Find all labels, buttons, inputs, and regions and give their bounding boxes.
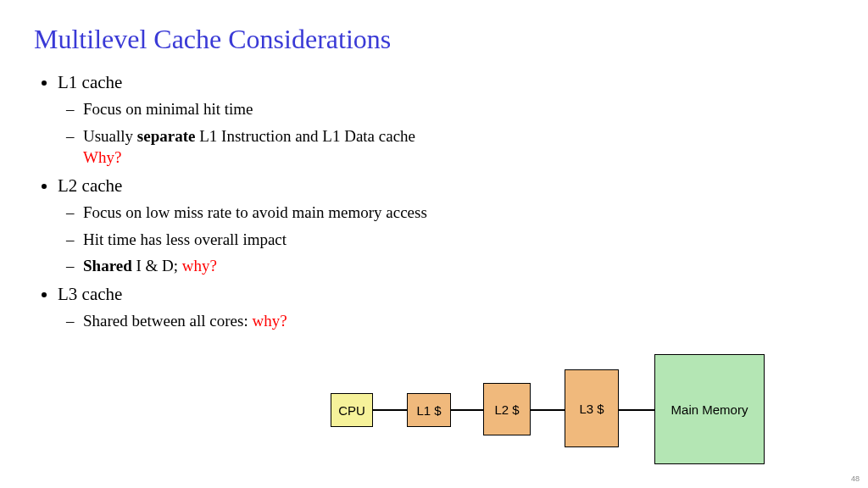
box-l2: L2 $ (483, 383, 531, 435)
l2-sub1: Focus on low miss rate to avoid main mem… (83, 202, 834, 224)
bullet-l3-sub: Shared between all cores: why? (58, 310, 834, 332)
page-number: 48 (851, 474, 860, 483)
l1-sub2-c: L1 Instruction and L1 Data cache (195, 127, 415, 145)
bullet-l1-sub: Focus on minimal hit time Usually separa… (58, 98, 834, 169)
box-main-memory: Main Memory (654, 354, 765, 464)
l2-sub3: Shared I & D; why? (83, 255, 834, 277)
l2-sub3-why: why? (182, 257, 217, 274)
bullet-l2: L2 cache Focus on low miss rate to avoid… (58, 175, 834, 277)
wire-l1-l2 (451, 409, 483, 411)
l1-sub1: Focus on minimal hit time (83, 98, 834, 120)
wire-l3-mm (619, 409, 654, 411)
l1-sub2-why: Why? (83, 148, 121, 166)
box-l1: L1 $ (407, 393, 451, 427)
bullet-l3-head: L3 cache (58, 284, 122, 304)
l1-sub2-b: separate (137, 127, 196, 145)
l2-sub3-b: I & D; (132, 257, 182, 274)
bullet-l3: L3 cache Shared between all cores: why? (58, 284, 834, 332)
bullet-l2-head: L2 cache (58, 175, 122, 196)
l2-sub2: Hit time has less overall impact (83, 229, 834, 251)
memory-hierarchy-diagram: CPU L1 $ L2 $ L3 $ Main Memory (331, 354, 865, 473)
bullet-l1: L1 cache Focus on minimal hit time Usual… (58, 72, 834, 169)
slide-title: Multilevel Cache Considerations (34, 24, 834, 55)
l3-sub1-why: why? (252, 312, 287, 330)
slide: Multilevel Cache Considerations L1 cache… (0, 0, 868, 331)
l3-sub1: Shared between all cores: why? (83, 310, 834, 332)
l3-sub1-a: Shared between all cores: (83, 312, 252, 330)
box-cpu: CPU (331, 393, 373, 427)
l2-sub3-a: Shared (83, 257, 132, 274)
box-l3: L3 $ (565, 369, 619, 447)
l1-sub2-a: Usually (83, 127, 137, 145)
bullet-list: L1 cache Focus on minimal hit time Usual… (34, 72, 834, 331)
bullet-l1-head: L1 cache (58, 72, 122, 92)
wire-cpu-l1 (373, 409, 407, 411)
l1-sub2: Usually separate L1 Instruction and L1 D… (83, 125, 834, 169)
wire-l2-l3 (531, 409, 565, 411)
bullet-l2-sub: Focus on low miss rate to avoid main mem… (58, 202, 834, 277)
